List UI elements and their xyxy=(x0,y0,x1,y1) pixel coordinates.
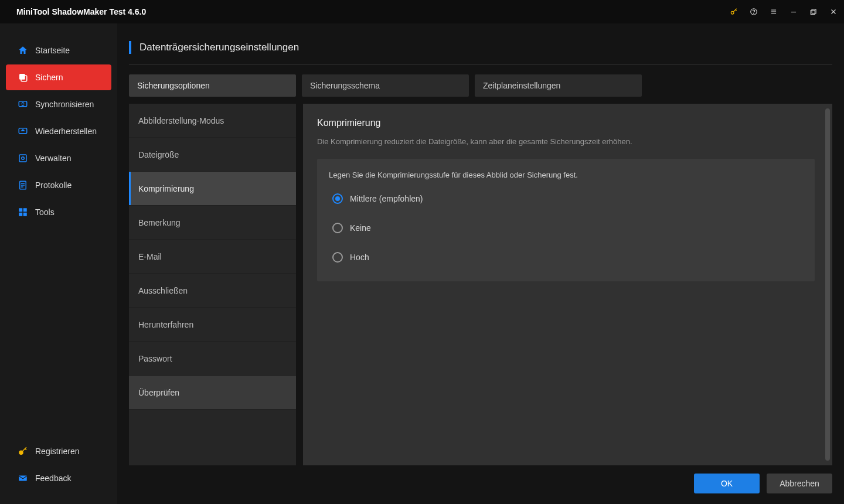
radio-mittlere[interactable]: Mittlere (empfohlen) xyxy=(329,193,803,204)
accent-bar xyxy=(129,41,131,54)
register-key-icon xyxy=(18,446,28,457)
sidebar-item-label: Tools xyxy=(35,207,55,217)
detail-title: Komprimierung xyxy=(317,118,823,128)
sidebar-item-label: Startseite xyxy=(35,46,70,55)
sub-item-label: Dateigröße xyxy=(138,150,179,159)
tab-sicherungsoptionen[interactable]: Sicherungsoptionen xyxy=(129,74,296,97)
manage-icon xyxy=(18,153,28,164)
svg-rect-21 xyxy=(19,208,22,212)
help-icon[interactable] xyxy=(749,7,758,16)
radio-keine[interactable]: Keine xyxy=(329,223,803,233)
sub-item-passwort[interactable]: Passwort xyxy=(129,342,296,376)
restore-icon xyxy=(18,126,28,137)
option-caption: Legen Sie die Komprimierungsstufe für di… xyxy=(329,171,803,179)
backup-icon xyxy=(18,72,28,83)
sidebar-item-registrieren[interactable]: Registrieren xyxy=(6,438,111,464)
radio-label: Hoch xyxy=(350,253,369,262)
sidebar-item-label: Synchronisieren xyxy=(35,100,94,109)
sidebar-item-tools[interactable]: Tools xyxy=(6,199,111,225)
sub-item-email[interactable]: E-Mail xyxy=(129,240,296,274)
detail-desc: Die Komprimierung reduziert die Dateigrö… xyxy=(317,137,823,147)
svg-rect-11 xyxy=(19,74,25,80)
sub-item-ueberpruefen[interactable]: Überprüfen xyxy=(129,376,296,410)
tools-icon xyxy=(18,207,28,217)
page-header: Datenträgersicherungseinstellungen xyxy=(129,23,832,65)
home-icon xyxy=(18,45,28,56)
svg-rect-26 xyxy=(19,476,27,481)
maximize-icon[interactable] xyxy=(809,7,818,16)
sub-item-label: Herunterfahren xyxy=(138,320,193,329)
sub-item-label: E-Mail xyxy=(138,252,162,261)
svg-rect-15 xyxy=(19,155,26,162)
sidebar-item-feedback[interactable]: Feedback xyxy=(6,465,111,491)
scrollbar[interactable] xyxy=(825,108,830,461)
radio-label: Mittlere (empfohlen) xyxy=(350,194,423,203)
cancel-button[interactable]: Abbrechen xyxy=(767,474,832,493)
sidebar-item-label: Verwalten xyxy=(35,154,71,163)
logs-icon xyxy=(18,180,28,190)
minimize-icon[interactable] xyxy=(789,7,798,16)
sub-item-komprimierung[interactable]: Komprimierung xyxy=(129,172,296,206)
tab-label: Sicherungsoptionen xyxy=(137,81,210,90)
svg-rect-23 xyxy=(19,213,22,216)
sub-item-dateigroesse[interactable]: Dateigröße xyxy=(129,138,296,172)
tab-zeitplaneinstellungen[interactable]: Zeitplaneinstellungen xyxy=(475,74,642,97)
close-icon[interactable] xyxy=(829,7,838,16)
sidebar-item-protokolle[interactable]: Protokolle xyxy=(6,172,111,198)
titlebar-left: MiniTool ShadowMaker Test 4.6.0 xyxy=(12,6,146,17)
tab-label: Sicherungsschema xyxy=(310,81,380,90)
button-label: OK xyxy=(721,479,733,488)
footer: OK Abbrechen xyxy=(129,465,832,504)
sidebar-item-label: Registrieren xyxy=(35,447,79,456)
menu-icon[interactable] xyxy=(769,7,778,16)
titlebar: MiniTool ShadowMaker Test 4.6.0 xyxy=(0,0,844,23)
sidebar-item-verwalten[interactable]: Verwalten xyxy=(6,145,111,171)
tab-sicherungsschema[interactable]: Sicherungsschema xyxy=(302,74,469,97)
sub-item-label: Ausschließen xyxy=(138,286,188,295)
sub-item-bemerkung[interactable]: Bemerkung xyxy=(129,206,296,240)
sync-icon xyxy=(18,99,28,110)
sub-list: Abbilderstellung-Modus Dateigröße Kompri… xyxy=(129,104,296,465)
sub-item-label: Abbilderstellung-Modus xyxy=(138,116,224,125)
detail-panel: Komprimierung Die Komprimierung reduzier… xyxy=(303,104,832,465)
sub-item-label: Passwort xyxy=(138,354,172,363)
sub-item-label: Überprüfen xyxy=(138,388,179,397)
sidebar-top: Startseite Sichern Synchronisieren Wiede… xyxy=(0,38,117,438)
svg-point-0 xyxy=(731,11,734,14)
svg-point-16 xyxy=(22,157,25,160)
content: Datenträgersicherungseinstellungen Siche… xyxy=(117,23,844,504)
svg-rect-7 xyxy=(812,9,816,13)
sidebar-item-label: Protokolle xyxy=(35,181,72,190)
sidebar-item-label: Feedback xyxy=(35,474,71,483)
svg-point-2 xyxy=(754,13,754,14)
sidebar-item-startseite[interactable]: Startseite xyxy=(6,38,111,63)
svg-rect-24 xyxy=(23,213,27,216)
sub-item-herunterfahren[interactable]: Herunterfahren xyxy=(129,308,296,342)
svg-rect-8 xyxy=(811,11,815,15)
tab-label: Zeitplaneinstellungen xyxy=(483,81,560,90)
radio-label: Keine xyxy=(350,223,371,233)
ok-button[interactable]: OK xyxy=(694,474,760,493)
tabs-row: Sicherungsoptionen Sicherungsschema Zeit… xyxy=(129,74,832,97)
sub-item-abbilderstellung[interactable]: Abbilderstellung-Modus xyxy=(129,104,296,138)
app-title: MiniTool ShadowMaker Test 4.6.0 xyxy=(16,7,146,16)
sub-item-ausschliessen[interactable]: Ausschließen xyxy=(129,274,296,308)
sidebar-item-sichern[interactable]: Sichern xyxy=(6,64,111,90)
radio-hoch[interactable]: Hoch xyxy=(329,252,803,263)
sidebar-item-label: Wiederherstellen xyxy=(35,127,97,136)
button-label: Abbrechen xyxy=(780,479,819,488)
sidebar-item-synchronisieren[interactable]: Synchronisieren xyxy=(6,91,111,117)
page-title: Datenträgersicherungseinstellungen xyxy=(139,42,299,53)
option-box: Legen Sie die Komprimierungsstufe für di… xyxy=(317,159,815,281)
svg-point-25 xyxy=(19,451,23,454)
radio-icon xyxy=(332,223,343,233)
feedback-mail-icon xyxy=(18,473,28,483)
radio-icon xyxy=(332,193,343,204)
key-icon[interactable] xyxy=(729,7,738,16)
sub-item-label: Komprimierung xyxy=(138,184,194,193)
panel-row: Abbilderstellung-Modus Dateigröße Kompri… xyxy=(129,104,832,465)
sidebar-item-label: Sichern xyxy=(35,73,63,82)
sidebar-bottom: Registrieren Feedback xyxy=(0,438,117,504)
svg-rect-22 xyxy=(23,208,27,212)
sidebar-item-wiederherstellen[interactable]: Wiederherstellen xyxy=(6,118,111,144)
